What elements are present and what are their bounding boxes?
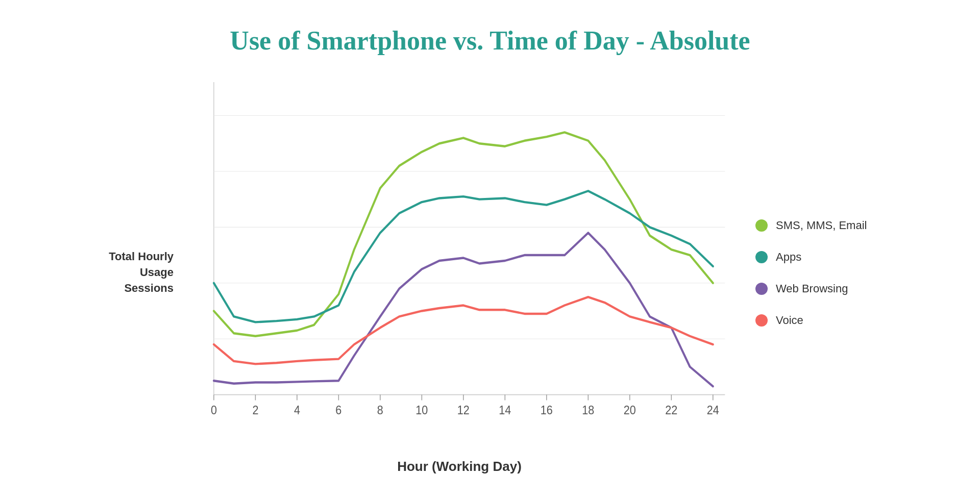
web-browsing-label: Web Browsing bbox=[776, 282, 848, 295]
svg-text:10: 10 bbox=[415, 403, 428, 417]
chart-area: 0 2 4 6 8 10 12 14 16 18 20 22 24 bbox=[184, 71, 735, 474]
apps-dot bbox=[755, 251, 768, 263]
web-browsing-dot bbox=[755, 283, 768, 295]
svg-text:2: 2 bbox=[252, 403, 258, 417]
svg-text:8: 8 bbox=[377, 403, 383, 417]
svg-text:24: 24 bbox=[707, 403, 719, 417]
svg-text:22: 22 bbox=[665, 403, 677, 417]
legend-item-web-browsing: Web Browsing bbox=[755, 282, 868, 295]
sms-label: SMS, MMS, Email bbox=[776, 219, 867, 232]
x-axis-label: Hour (Working Day) bbox=[184, 451, 735, 474]
chart-container: Use of Smartphone vs. Time of Day - Abso… bbox=[102, 26, 878, 474]
legend-item-sms: SMS, MMS, Email bbox=[755, 219, 868, 232]
apps-line bbox=[214, 191, 713, 322]
web-browsing-line bbox=[214, 233, 713, 386]
voice-line bbox=[214, 297, 713, 364]
svg-text:4: 4 bbox=[294, 403, 300, 417]
svg-text:16: 16 bbox=[541, 403, 553, 417]
svg-text:18: 18 bbox=[582, 403, 594, 417]
sms-dot bbox=[755, 219, 768, 232]
voice-dot bbox=[755, 314, 768, 327]
svg-text:0: 0 bbox=[211, 403, 217, 417]
voice-label: Voice bbox=[776, 314, 803, 327]
svg-text:6: 6 bbox=[335, 403, 341, 417]
chart-title: Use of Smartphone vs. Time of Day - Abso… bbox=[230, 26, 750, 56]
svg-text:14: 14 bbox=[499, 403, 511, 417]
apps-label: Apps bbox=[776, 251, 801, 264]
legend: SMS, MMS, Email Apps Web Browsing Voice bbox=[735, 71, 878, 474]
legend-item-apps: Apps bbox=[755, 251, 868, 264]
legend-item-voice: Voice bbox=[755, 314, 868, 327]
svg-text:12: 12 bbox=[457, 403, 470, 417]
y-axis-label: Total HourlyUsage Sessions bbox=[102, 71, 184, 474]
y-axis-label-text: Total HourlyUsage Sessions bbox=[102, 249, 174, 296]
chart-svg: 0 2 4 6 8 10 12 14 16 18 20 22 24 bbox=[184, 71, 735, 451]
svg-text:20: 20 bbox=[624, 403, 636, 417]
svg-wrapper: 0 2 4 6 8 10 12 14 16 18 20 22 24 bbox=[184, 71, 735, 451]
